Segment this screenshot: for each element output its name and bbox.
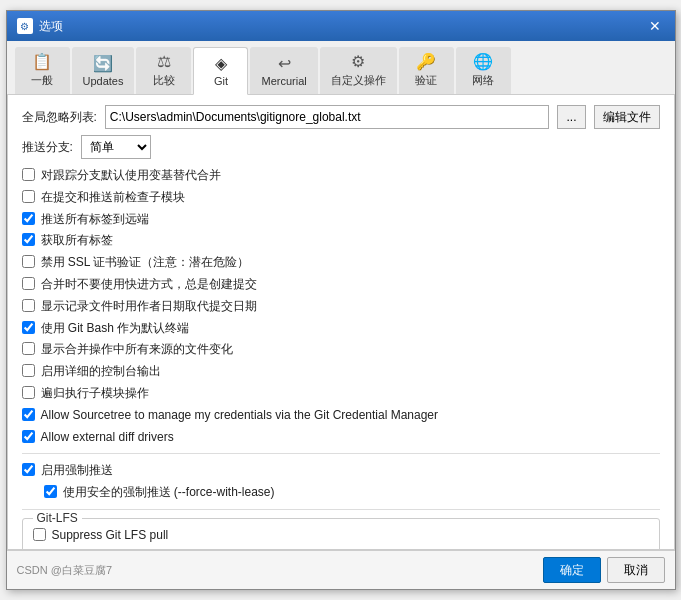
checkbox-merge-files-label: 显示合并操作中所有来源的文件变化 [41, 341, 233, 358]
safe-force-push-row: 使用安全的强制推送 (--force-with-lease) [44, 484, 660, 501]
tabs-bar: 📋 一般 🔄 Updates ⚖ 比较 ◈ Git ↩ Mercurial ⚙ … [7, 41, 675, 95]
checkbox-rebase-label: 对跟踪分支默认使用变基替代合并 [41, 167, 221, 184]
force-push-row: 启用强制推送 [22, 462, 660, 479]
suppress-lfs-row: Suppress Git LFS pull [33, 527, 649, 544]
title-bar-left: ⚙ 选项 [17, 18, 63, 35]
tab-mercurial[interactable]: ↩ Mercurial [250, 47, 317, 94]
safe-force-push-label: 使用安全的强制推送 (--force-with-lease) [63, 484, 275, 501]
watermark: CSDN @白菜豆腐7 [17, 563, 113, 578]
checkbox-row-1: 对跟踪分支默认使用变基替代合并 [22, 167, 660, 184]
checkbox-submodule-check[interactable] [22, 190, 35, 203]
checkbox-recursive-label: 遍归执行子模块操作 [41, 385, 149, 402]
checkbox-row-9: 显示合并操作中所有来源的文件变化 [22, 341, 660, 358]
checkbox-ssl-label: 禁用 SSL 证书验证（注意：潜在危险） [41, 254, 250, 271]
git-lfs-title: Git-LFS [33, 511, 82, 525]
tab-general[interactable]: 📋 一般 [15, 47, 70, 94]
checkbox-row-7: 显示记录文件时用作者日期取代提交日期 [22, 298, 660, 315]
mercurial-tab-icon: ↩ [278, 54, 291, 73]
global-ignore-row: 全局忽略列表: ... 编辑文件 [22, 105, 660, 129]
suppress-lfs-label: Suppress Git LFS pull [52, 527, 169, 544]
global-ignore-label: 全局忽略列表: [22, 109, 97, 126]
checkbox-credential-manager[interactable] [22, 408, 35, 421]
push-branch-row: 推送分支: 简单 当前 全部 [22, 135, 660, 159]
tab-compare[interactable]: ⚖ 比较 [136, 47, 191, 94]
checkbox-git-bash[interactable] [22, 321, 35, 334]
compare-tab-icon: ⚖ [157, 52, 171, 71]
checkbox-verbose-console[interactable] [22, 364, 35, 377]
checkbox-row-8: 使用 Git Bash 作为默认终端 [22, 320, 660, 337]
checkbox-rebase[interactable] [22, 168, 35, 181]
checkbox-show-merge-files[interactable] [22, 342, 35, 355]
edit-file-button[interactable]: 编辑文件 [594, 105, 660, 129]
checkbox-author-date[interactable] [22, 299, 35, 312]
git-lfs-group: Git-LFS Suppress Git LFS pull [22, 518, 660, 549]
checkbox-credential-manager-label: Allow Sourcetree to manage my credential… [41, 407, 439, 424]
updates-tab-label: Updates [83, 75, 124, 87]
tab-custom-actions[interactable]: ⚙ 自定义操作 [320, 47, 397, 94]
checkbox-fetch-tags-label: 获取所有标签 [41, 232, 113, 249]
network-tab-label: 网络 [472, 73, 494, 88]
global-ignore-input[interactable] [105, 105, 550, 129]
checkbox-row-4: 获取所有标签 [22, 232, 660, 249]
checkbox-force-push[interactable] [22, 463, 35, 476]
checkbox-push-tags[interactable] [22, 212, 35, 225]
checkbox-author-date-label: 显示记录文件时用作者日期取代提交日期 [41, 298, 257, 315]
checkbox-row-11: 遍归执行子模块操作 [22, 385, 660, 402]
checkbox-ext-diff-label: Allow external diff drivers [41, 429, 174, 446]
window-title: 选项 [39, 18, 63, 35]
close-button[interactable]: ✕ [645, 16, 665, 36]
auth-tab-icon: 🔑 [416, 52, 436, 71]
tab-network[interactable]: 🌐 网络 [456, 47, 511, 94]
checkbox-git-bash-label: 使用 Git Bash 作为默认终端 [41, 320, 190, 337]
checkbox-row-3: 推送所有标签到远端 [22, 211, 660, 228]
tab-git[interactable]: ◈ Git [193, 47, 248, 95]
push-branch-label: 推送分支: [22, 139, 73, 156]
git-tab-icon: ◈ [215, 54, 227, 73]
force-push-label: 启用强制推送 [41, 462, 113, 479]
push-branch-select[interactable]: 简单 当前 全部 [81, 135, 151, 159]
tab-auth[interactable]: 🔑 验证 [399, 47, 454, 94]
divider-1 [22, 453, 660, 454]
checkbox-row-6: 合并时不要使用快进方式，总是创建提交 [22, 276, 660, 293]
general-tab-label: 一般 [31, 73, 53, 88]
checkbox-row-12: Allow Sourcetree to manage my credential… [22, 407, 660, 424]
compare-tab-label: 比较 [153, 73, 175, 88]
window-icon: ⚙ [17, 18, 33, 34]
custom-actions-tab-label: 自定义操作 [331, 73, 386, 88]
scroll-area[interactable]: 全局忽略列表: ... 编辑文件 推送分支: 简单 当前 全部 对跟踪分支默认使… [8, 95, 674, 549]
main-window: ⚙ 选项 ✕ 📋 一般 🔄 Updates ⚖ 比较 ◈ Git ↩ Mercu… [6, 10, 676, 590]
checkbox-recursive-submodule[interactable] [22, 386, 35, 399]
checkbox-fetch-tags[interactable] [22, 233, 35, 246]
checkbox-safe-force-push[interactable] [44, 485, 57, 498]
git-tab-label: Git [214, 75, 228, 87]
checkbox-row-13: Allow external diff drivers [22, 429, 660, 446]
checkbox-no-fast-forward[interactable] [22, 277, 35, 290]
checkbox-submodule-check-label: 在提交和推送前检查子模块 [41, 189, 185, 206]
network-tab-icon: 🌐 [473, 52, 493, 71]
checkbox-ext-diff[interactable] [22, 430, 35, 443]
tab-updates[interactable]: 🔄 Updates [72, 47, 135, 94]
auth-tab-label: 验证 [415, 73, 437, 88]
mercurial-tab-label: Mercurial [261, 75, 306, 87]
checkbox-row-5: 禁用 SSL 证书验证（注意：潜在危险） [22, 254, 660, 271]
checkbox-no-ff-label: 合并时不要使用快进方式，总是创建提交 [41, 276, 257, 293]
general-tab-icon: 📋 [32, 52, 52, 71]
checkbox-push-tags-label: 推送所有标签到远端 [41, 211, 149, 228]
footer: CSDN @白菜豆腐7 确定 取消 [7, 550, 675, 589]
divider-2 [22, 509, 660, 510]
tab-content: 全局忽略列表: ... 编辑文件 推送分支: 简单 当前 全部 对跟踪分支默认使… [7, 95, 675, 550]
browse-button[interactable]: ... [557, 105, 585, 129]
checkbox-ssl[interactable] [22, 255, 35, 268]
ok-button[interactable]: 确定 [543, 557, 601, 583]
updates-tab-icon: 🔄 [93, 54, 113, 73]
title-bar: ⚙ 选项 ✕ [7, 11, 675, 41]
custom-actions-tab-icon: ⚙ [351, 52, 365, 71]
checkbox-suppress-lfs[interactable] [33, 528, 46, 541]
checkbox-verbose-label: 启用详细的控制台输出 [41, 363, 161, 380]
checkbox-row-10: 启用详细的控制台输出 [22, 363, 660, 380]
cancel-button[interactable]: 取消 [607, 557, 665, 583]
checkbox-row-2: 在提交和推送前检查子模块 [22, 189, 660, 206]
